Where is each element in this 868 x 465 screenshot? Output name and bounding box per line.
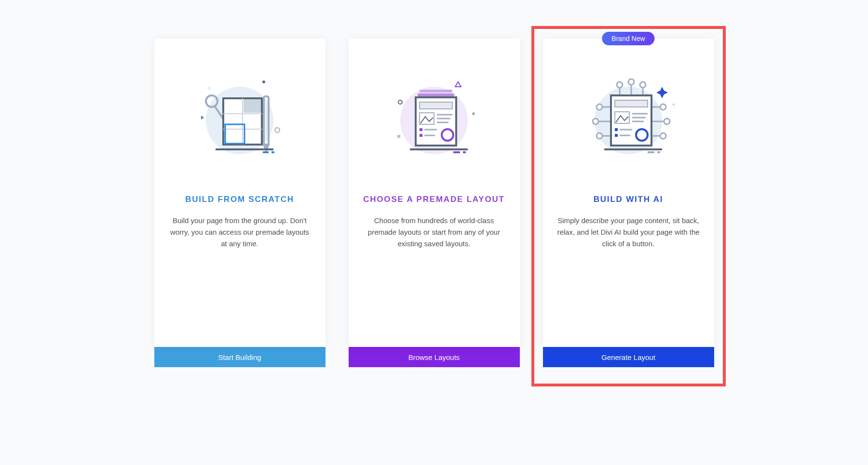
svg-rect-18 — [420, 90, 452, 93]
layout-options-container: BUILD FROM SCRATCH Build your page from … — [0, 0, 868, 367]
svg-point-41 — [593, 119, 598, 124]
svg-marker-12 — [201, 116, 204, 120]
svg-point-47 — [664, 119, 670, 124]
option-build-from-scratch[interactable]: BUILD FROM SCRATCH Build your page from … — [154, 39, 326, 367]
svg-rect-57 — [615, 100, 648, 107]
card-description: Build your page from the ground up. Don'… — [168, 215, 312, 250]
generate-layout-button[interactable]: Generate Layout — [543, 347, 714, 367]
option-premade-layout[interactable]: CHOOSE A PREMADE LAYOUT Choose from hund… — [349, 39, 520, 367]
option-build-with-ai[interactable]: Brand New — [543, 39, 714, 367]
svg-point-55 — [640, 82, 646, 88]
svg-point-51 — [617, 82, 623, 88]
card-title: BUILD FROM SCRATCH — [185, 195, 294, 204]
svg-point-11 — [262, 80, 265, 83]
card-title: CHOOSE A PREMADE LAYOUT — [363, 195, 505, 204]
start-building-button[interactable]: Start Building — [154, 347, 326, 367]
svg-rect-14 — [208, 87, 211, 90]
card-description: Simply describe your page content, sit b… — [556, 215, 701, 250]
svg-rect-26 — [420, 128, 422, 131]
premade-layout-icon — [381, 67, 487, 173]
svg-marker-32 — [455, 82, 461, 87]
svg-point-13 — [275, 128, 280, 133]
svg-point-43 — [597, 133, 602, 139]
svg-rect-8 — [244, 99, 261, 113]
card-title: BUILD WITH AI — [594, 195, 664, 204]
browse-layouts-button[interactable]: Browse Layouts — [349, 347, 520, 367]
svg-point-45 — [660, 104, 666, 110]
card-description: Choose from hundreds of world-class prem… — [362, 215, 506, 250]
svg-rect-28 — [420, 134, 422, 137]
svg-rect-19 — [418, 93, 454, 96]
svg-point-33 — [398, 100, 402, 104]
build-from-scratch-icon — [187, 67, 293, 173]
svg-point-49 — [660, 133, 666, 139]
svg-rect-21 — [420, 102, 452, 109]
svg-point-53 — [628, 79, 634, 85]
svg-point-34 — [472, 112, 475, 115]
svg-rect-62 — [615, 128, 618, 131]
svg-point-39 — [597, 104, 602, 110]
build-with-ai-icon — [575, 67, 681, 173]
brand-new-badge: Brand New — [602, 32, 654, 45]
svg-rect-64 — [615, 134, 618, 137]
